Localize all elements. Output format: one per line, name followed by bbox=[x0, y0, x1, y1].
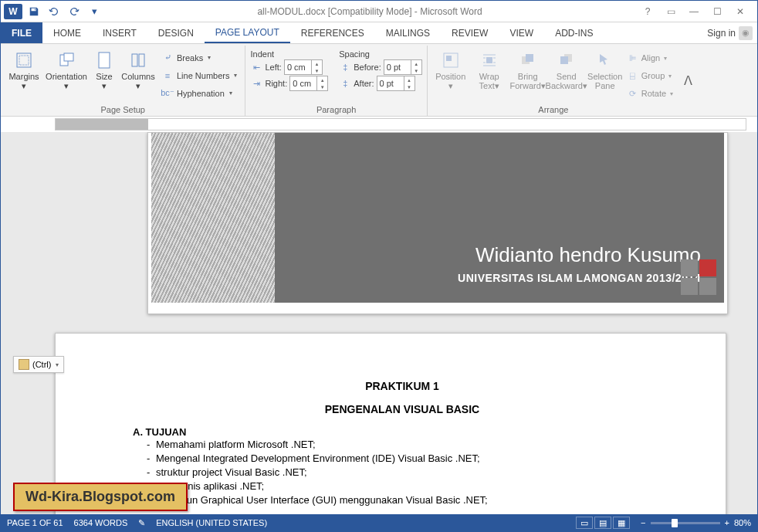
tab-references[interactable]: REFERENCES bbox=[290, 22, 375, 43]
document-area[interactable]: Widianto hendro Kusumo UNIVERSITAS ISLAM… bbox=[1, 132, 757, 514]
svg-rect-4 bbox=[99, 53, 110, 68]
spacing-after-icon: ‡ bbox=[339, 79, 351, 88]
rotate-button[interactable]: ⟳Rotate▾ bbox=[625, 85, 675, 102]
indent-right-input[interactable]: 0 cm▲▼ bbox=[289, 76, 328, 91]
status-bar: PAGE 1 OF 61 6364 WORDS ✎ ENGLISH (UNITE… bbox=[1, 514, 757, 531]
qat-customize-icon[interactable]: ▾ bbox=[86, 3, 103, 20]
size-icon bbox=[94, 50, 114, 70]
hyphenation-button[interactable]: bc⁻Hyphenation▾ bbox=[158, 85, 240, 102]
minimize-button[interactable]: — bbox=[683, 4, 705, 19]
columns-icon bbox=[128, 50, 148, 70]
tab-mailings[interactable]: MAILINGS bbox=[375, 22, 441, 43]
svg-rect-1 bbox=[19, 56, 29, 65]
title-banner: Widianto hendro Kusumo UNIVERSITAS ISLAM… bbox=[275, 133, 724, 303]
zoom-in-button[interactable]: + bbox=[725, 518, 729, 527]
save-icon[interactable] bbox=[25, 3, 42, 20]
zoom-percent[interactable]: 80% bbox=[734, 518, 751, 527]
spacing-label: Spacing bbox=[339, 49, 421, 59]
selection-pane-button[interactable]: Selection Pane bbox=[587, 47, 624, 103]
word-count[interactable]: 6364 WORDS bbox=[74, 518, 128, 527]
tab-addins[interactable]: ADD-INS bbox=[544, 22, 604, 43]
position-icon bbox=[441, 50, 461, 70]
spacing-before-icon: ‡ bbox=[339, 63, 351, 72]
group-label: Arrange bbox=[432, 103, 675, 116]
undo-icon[interactable] bbox=[46, 3, 63, 20]
group-button[interactable]: ⌸Group▾ bbox=[625, 67, 675, 84]
quick-access-toolbar: W ▾ bbox=[1, 3, 103, 20]
tab-file[interactable]: FILE bbox=[1, 22, 42, 43]
breaks-button[interactable]: ⤶Breaks▾ bbox=[158, 49, 240, 66]
indent-right-icon: ⇥ bbox=[250, 79, 262, 89]
svg-rect-11 bbox=[526, 54, 533, 62]
list-item: Memahami platform Microsoft .NET; bbox=[147, 438, 672, 452]
wrap-text-button[interactable]: Wrap Text▾ bbox=[471, 47, 508, 103]
tab-home[interactable]: HOME bbox=[42, 22, 92, 43]
close-button[interactable]: ✕ bbox=[729, 4, 751, 19]
spacing-before-input[interactable]: 0 pt▲▼ bbox=[384, 59, 422, 75]
line-numbers-icon: ≡ bbox=[161, 71, 174, 80]
columns-button[interactable]: Columns▾ bbox=[120, 47, 157, 103]
web-layout-button[interactable]: ▦ bbox=[613, 517, 630, 529]
zoom-control: − + 80% bbox=[641, 518, 751, 527]
proofing-icon[interactable]: ✎ bbox=[138, 518, 145, 528]
redo-icon[interactable] bbox=[66, 3, 83, 20]
group-page-setup: Margins▾ Orientation▾ Size▾ Columns▾ ⤶Br… bbox=[1, 46, 245, 116]
ribbon: Margins▾ Orientation▾ Size▾ Columns▾ ⤶Br… bbox=[1, 44, 757, 117]
tab-design[interactable]: DESIGN bbox=[147, 22, 205, 43]
university-text: UNIVERSITAS ISLAM LAMONGAN 2013/2014 bbox=[298, 272, 701, 284]
hyphenation-icon: bc⁻ bbox=[161, 88, 174, 98]
svg-rect-3 bbox=[64, 53, 73, 61]
language-status[interactable]: ENGLISH (UNITED STATES) bbox=[156, 518, 267, 527]
selection-pane-icon bbox=[595, 50, 615, 70]
maximize-button[interactable]: ☐ bbox=[706, 4, 728, 19]
group-paragraph: Indent ⇤Left: 0 cm▲▼ ⇥Right: 0 cm▲▼ Spac… bbox=[245, 46, 427, 116]
ribbon-display-icon[interactable]: ▭ bbox=[660, 4, 682, 19]
title-bar: W ▾ all-MODUL.docx [Compatibility Mode] … bbox=[1, 1, 757, 22]
zoom-slider[interactable] bbox=[651, 522, 720, 524]
list-item: jenis-jenis aplikasi .NET; bbox=[147, 479, 672, 493]
orientation-button[interactable]: Orientation▾ bbox=[44, 47, 89, 103]
zoom-out-button[interactable]: − bbox=[641, 518, 645, 527]
group-label: Paragraph bbox=[250, 103, 421, 116]
spacing-after-input[interactable]: 0 pt▲▼ bbox=[377, 76, 415, 91]
page-count[interactable]: PAGE 1 OF 61 bbox=[7, 518, 63, 527]
wrap-text-icon bbox=[479, 50, 499, 70]
sign-in-link[interactable]: Sign in◉ bbox=[702, 22, 757, 43]
list-item: struktur project Visual Basic .NET; bbox=[147, 466, 672, 479]
tab-view[interactable]: VIEW bbox=[499, 22, 544, 43]
view-mode-buttons: ▭ ▤ ▦ bbox=[576, 517, 630, 529]
list-item: mbangun Graphical User Interface (GUI) m… bbox=[147, 493, 672, 507]
avatar-icon: ◉ bbox=[739, 26, 753, 40]
line-numbers-button[interactable]: ≡Line Numbers▾ bbox=[158, 67, 240, 84]
svg-rect-8 bbox=[446, 56, 452, 61]
align-icon: ⊫ bbox=[627, 53, 639, 63]
position-button[interactable]: Position▾ bbox=[432, 47, 469, 103]
bring-forward-button[interactable]: Bring Forward▾ bbox=[509, 47, 547, 103]
list-item: Mengenal Integrated Development Environm… bbox=[147, 452, 672, 466]
align-button[interactable]: ⊫Align▾ bbox=[625, 49, 675, 66]
breaks-icon: ⤶ bbox=[161, 53, 174, 63]
praktikum-title: PRAKTIKUM 1 bbox=[133, 380, 672, 392]
horizontal-ruler[interactable] bbox=[1, 117, 757, 132]
word-app-icon[interactable]: W bbox=[4, 4, 22, 19]
help-icon[interactable]: ? bbox=[637, 4, 658, 19]
read-mode-button[interactable]: ▭ bbox=[576, 517, 593, 529]
collapse-ribbon-icon[interactable]: ᐱ bbox=[679, 46, 696, 116]
indent-left-input[interactable]: 0 cm▲▼ bbox=[284, 59, 323, 75]
tab-insert[interactable]: INSERT bbox=[92, 22, 147, 43]
send-backward-button[interactable]: Send Backward▾ bbox=[548, 47, 585, 103]
print-layout-button[interactable]: ▤ bbox=[594, 517, 611, 529]
orientation-icon bbox=[56, 50, 76, 70]
margins-icon bbox=[14, 50, 34, 70]
size-button[interactable]: Size▾ bbox=[90, 47, 118, 103]
svg-rect-5 bbox=[132, 54, 137, 66]
margins-button[interactable]: Margins▾ bbox=[5, 47, 42, 103]
send-backward-icon bbox=[557, 50, 577, 70]
paste-options-smarttag[interactable]: (Ctrl)▾ bbox=[13, 356, 64, 373]
square-decoration bbox=[681, 259, 716, 295]
tab-review[interactable]: REVIEW bbox=[441, 22, 499, 43]
group-icon: ⌸ bbox=[627, 71, 639, 80]
tab-page-layout[interactable]: PAGE LAYOUT bbox=[205, 22, 290, 43]
watermark-overlay: Wd-Kira.Blogspot.com bbox=[13, 483, 188, 511]
svg-rect-6 bbox=[139, 54, 144, 66]
